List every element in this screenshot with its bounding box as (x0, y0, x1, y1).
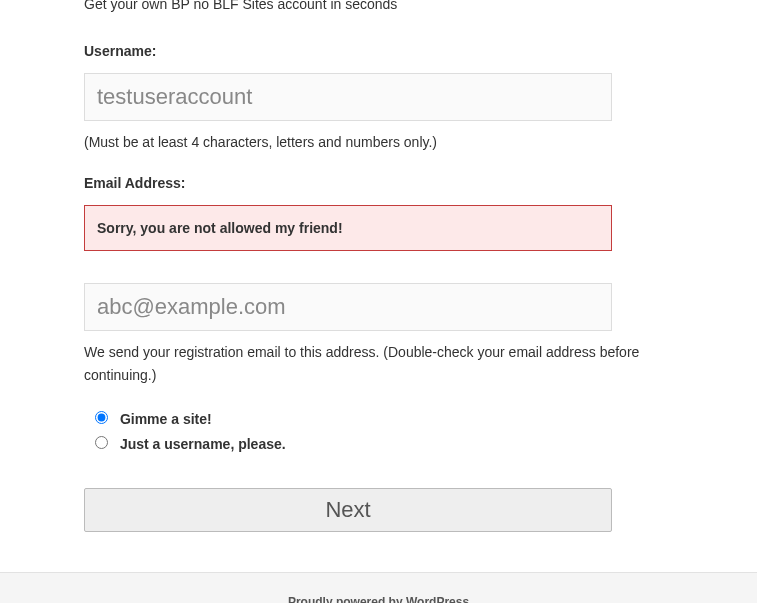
signup-form: Get your own BP no BLF Sites account in … (84, 0, 644, 532)
option-site-row[interactable]: Gimme a site! (90, 408, 644, 427)
email-error: Sorry, you are not allowed my friend! (84, 205, 612, 251)
username-label: Username: (84, 43, 644, 59)
intro-text: Get your own BP no BLF Sites account in … (84, 0, 644, 15)
username-help: (Must be at least 4 characters, letters … (84, 131, 644, 153)
email-label: Email Address: (84, 175, 644, 191)
option-username-row[interactable]: Just a username, please. (90, 433, 644, 452)
option-username-radio[interactable] (95, 436, 108, 449)
email-help: We send your registration email to this … (84, 341, 644, 386)
option-username-label: Just a username, please. (120, 436, 286, 452)
footer: Proudly powered by WordPress (0, 572, 757, 603)
footer-credit[interactable]: Proudly powered by WordPress (288, 595, 469, 603)
option-site-label: Gimme a site! (120, 411, 212, 427)
email-input[interactable] (84, 283, 612, 331)
username-input[interactable] (84, 73, 612, 121)
option-site-radio[interactable] (95, 411, 108, 424)
signup-page: Get your own BP no BLF Sites account in … (0, 0, 757, 572)
next-button[interactable]: Next (84, 488, 612, 532)
